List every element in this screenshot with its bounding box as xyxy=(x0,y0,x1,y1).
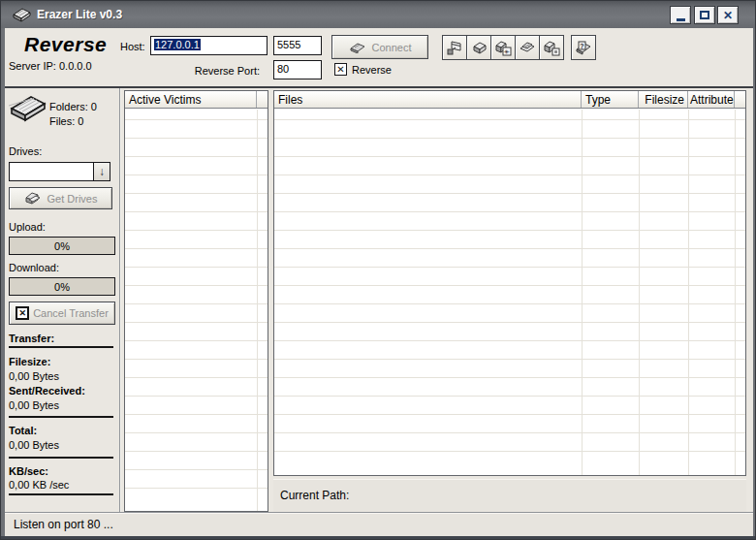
maximize-button[interactable] xyxy=(694,6,715,24)
title-bar[interactable]: Erazer Lite v0.3 ✕ xyxy=(1,1,755,28)
download-progressbar: 0% xyxy=(9,277,115,296)
sent-received-value: 0,00 Bytes xyxy=(9,399,59,412)
total-value: 0,00 Bytes xyxy=(9,439,59,452)
download-progress-value: 0% xyxy=(54,281,70,293)
status-bar: Listen on port 80 ... xyxy=(5,513,753,536)
files-column-line xyxy=(582,110,583,475)
arrow-down-icon: ↓ xyxy=(99,165,105,178)
checkbox-x-icon[interactable]: ✕ xyxy=(334,63,347,76)
folders-count: Folders: 0 xyxy=(49,101,97,113)
download-label: Download: xyxy=(9,262,59,274)
total-label: Total: xyxy=(9,425,37,437)
files-count: Files: 0 xyxy=(49,115,83,128)
server-ip-label: Server IP: 0.0.0.0 xyxy=(9,60,92,73)
drives-label: Drives: xyxy=(9,145,42,158)
files-header-type[interactable]: Type xyxy=(582,91,639,108)
files-column-line xyxy=(735,110,736,475)
close-icon: ✕ xyxy=(723,10,733,21)
files-header-files[interactable]: Files xyxy=(274,91,582,108)
filesize-label: Filesize: xyxy=(9,356,50,368)
folder-save-button[interactable] xyxy=(539,35,564,60)
connect-button[interactable]: Connect xyxy=(331,35,428,59)
victims-header: Active Victims xyxy=(125,91,268,109)
cancel-transfer-button[interactable]: ✕ Cancel Transfer xyxy=(9,302,115,325)
folder-button[interactable] xyxy=(466,35,491,60)
app-window: Erazer Lite v0.3 ✕ Reverse Server IP: 0.… xyxy=(0,0,756,540)
port-input[interactable]: 5555 xyxy=(273,36,322,55)
separator-line xyxy=(9,493,113,495)
separator-line xyxy=(9,457,113,459)
folder-delete-button[interactable]: ✳ xyxy=(490,35,516,60)
cancel-transfer-label: Cancel Transfer xyxy=(33,307,109,319)
filesize-value: 0,00 Bytes xyxy=(9,370,59,383)
separator-line xyxy=(9,416,113,418)
host-selected-text: 127.0.0.1 xyxy=(154,39,201,50)
reverse-checkbox-label: Reverse xyxy=(352,64,392,76)
reverse-port-input[interactable]: 80 xyxy=(273,60,322,79)
current-path-panel: Current Path: xyxy=(273,479,746,512)
drive-icon xyxy=(9,94,47,123)
active-victims-list: Active Victims xyxy=(124,90,268,512)
documents-button[interactable] xyxy=(515,35,540,60)
minimize-icon xyxy=(677,18,685,21)
maximize-icon xyxy=(700,11,709,19)
connect-plug-icon xyxy=(349,42,366,53)
separator-line xyxy=(9,346,113,348)
app-heading: Reverse xyxy=(24,33,107,56)
kbsec-label: KB/sec: xyxy=(9,465,48,478)
files-list-body[interactable] xyxy=(274,110,745,475)
files-list: Files Type Filesize Attributes xyxy=(273,90,746,476)
help-book-icon: ? xyxy=(575,40,592,55)
files-header-attributes[interactable]: Attributes xyxy=(688,91,735,108)
transfer-label: Transfer: xyxy=(9,333,54,345)
cancel-x-icon: ✕ xyxy=(16,306,29,320)
files-column-line xyxy=(688,110,689,475)
files-column-line xyxy=(639,110,640,475)
close-button[interactable]: ✕ xyxy=(717,6,739,24)
window-arrow-icon xyxy=(447,40,463,56)
new-window-button[interactable] xyxy=(442,35,467,60)
files-header-filler xyxy=(735,91,745,108)
folder-icon xyxy=(471,40,488,56)
window-title: Erazer Lite v0.3 xyxy=(37,8,122,21)
sent-received-label: Sent/Received: xyxy=(9,385,85,397)
victims-list-body[interactable] xyxy=(125,110,268,511)
status-text: Listen on port 80 ... xyxy=(14,518,113,531)
combo-dropdown-button[interactable]: ↓ xyxy=(93,163,110,180)
svg-text:✳: ✳ xyxy=(504,48,510,54)
files-header: Files Type Filesize Attributes xyxy=(274,91,745,109)
get-drives-folder-icon xyxy=(24,191,42,206)
app-icon xyxy=(11,6,32,23)
host-label: Host: xyxy=(120,41,145,53)
svg-text:?: ? xyxy=(580,43,583,49)
upload-progressbar: 0% xyxy=(9,237,115,255)
get-drives-label: Get Drives xyxy=(47,193,98,205)
victims-header-filler xyxy=(257,91,268,108)
files-header-filesize[interactable]: Filesize xyxy=(639,91,688,108)
victims-column-line xyxy=(257,110,258,511)
host-input[interactable]: 127.0.0.1 xyxy=(150,36,268,55)
help-button[interactable]: ? xyxy=(571,35,596,60)
reverse-checkbox[interactable]: ✕ Reverse xyxy=(334,63,392,76)
folder-asterisk-icon: ✳ xyxy=(494,40,512,56)
get-drives-button[interactable]: Get Drives xyxy=(9,187,112,209)
connect-label: Connect xyxy=(372,42,412,53)
kbsec-value: 0,00 KB /sec xyxy=(9,479,69,492)
current-path-label: Current Path: xyxy=(280,490,349,502)
top-divider xyxy=(5,86,753,88)
folder-save-icon xyxy=(543,40,560,56)
reverse-port-label: Reverse Port: xyxy=(171,65,260,78)
victims-header-cell[interactable]: Active Victims xyxy=(125,91,257,108)
drives-combo-value[interactable] xyxy=(10,163,93,180)
window-bottom-border xyxy=(1,536,756,540)
toolbar: ✳ xyxy=(442,35,564,60)
sidebar-divider xyxy=(119,88,120,512)
minimize-button[interactable] xyxy=(670,6,691,24)
upload-label: Upload: xyxy=(9,221,46,234)
drives-combo[interactable]: ↓ xyxy=(9,162,110,181)
documents-icon xyxy=(519,40,536,56)
upload-progress-value: 0% xyxy=(54,240,70,252)
